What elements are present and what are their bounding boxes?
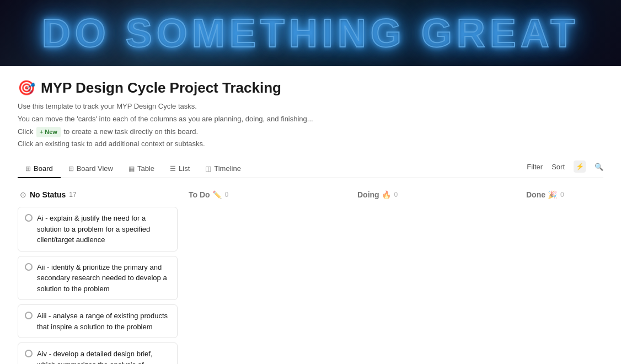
no-status-icon: ⊙	[20, 190, 26, 199]
description-3: Click + New to create a new task directl…	[18, 126, 603, 138]
column-to-do-header: To Do ✏️ 0	[186, 187, 346, 202]
doing-count: 0	[394, 191, 398, 199]
no-status-count: 17	[69, 191, 76, 199]
page-title-row: 🎯 MYP Design Cycle Project Tracking	[18, 79, 603, 97]
sort-button[interactable]: Sort	[552, 163, 565, 171]
done-title: Done 🎉 0	[526, 190, 564, 199]
card-2-icon	[25, 263, 33, 271]
tab-board[interactable]: ⊞ Board	[18, 160, 61, 178]
board-icon: ⊞	[25, 165, 31, 173]
sort-label: Sort	[552, 163, 565, 171]
card-2[interactable]: Aii - identify & prioritize the primary …	[18, 256, 178, 301]
description-2: You can move the 'cards' into each of th…	[18, 114, 603, 125]
no-status-title: No Status 17	[30, 190, 77, 199]
toolbar-right: Filter Sort ⚡ 🔍	[527, 160, 603, 177]
tab-table[interactable]: ▦ Table	[121, 160, 162, 178]
done-count: 0	[560, 191, 564, 199]
tab-list[interactable]: ☰ List	[162, 160, 197, 178]
page-emoji: 🎯	[18, 79, 35, 97]
column-doing: Doing 🔥 0	[355, 187, 515, 207]
filter-button[interactable]: Filter	[527, 163, 543, 171]
list-icon: ☰	[170, 165, 176, 173]
tab-board-view[interactable]: ⊟ Board View	[61, 160, 121, 178]
tab-list-label: List	[179, 164, 190, 173]
card-3-text: Aiii - analyse a range of existing produ…	[37, 311, 170, 332]
card-3[interactable]: Aiii - analyse a range of existing produ…	[18, 304, 178, 338]
description-4: Click an existing task to add additional…	[18, 138, 603, 150]
card-1-icon	[25, 214, 33, 222]
card-4-icon	[25, 350, 33, 357]
tab-timeline-label: Timeline	[214, 164, 241, 173]
filter-label: Filter	[527, 163, 543, 171]
card-3-icon	[25, 312, 33, 319]
tabs-bar: ⊞ Board ⊟ Board View ▦ Table ☰ List ◫ Ti…	[18, 160, 603, 178]
doing-title: Doing 🔥 0	[357, 190, 398, 199]
description-1: Use this template to track your MYP Desi…	[18, 101, 603, 113]
tab-board-label: Board	[34, 164, 53, 173]
board-area: ⊙ No Status 17 Ai - explain & justify th…	[18, 178, 603, 364]
to-do-title: To Do ✏️ 0	[189, 190, 228, 199]
card-1-text: Ai - explain & justify the need for a so…	[37, 213, 170, 245]
page-header: 🎯 MYP Design Cycle Project Tracking Use …	[18, 79, 603, 151]
to-do-count: 0	[225, 191, 229, 199]
column-doing-header: Doing 🔥 0	[355, 187, 515, 202]
card-1[interactable]: Ai - explain & justify the need for a so…	[18, 207, 178, 251]
column-no-status-header: ⊙ No Status 17	[18, 187, 178, 202]
hero-text: DO SOMETHING GREAT	[42, 10, 580, 56]
page-title: MYP Design Cycle Project Tracking	[41, 79, 281, 97]
timeline-icon: ◫	[205, 165, 211, 173]
column-to-do: To Do ✏️ 0	[186, 187, 346, 207]
column-no-status: ⊙ No Status 17 Ai - explain & justify th…	[18, 187, 178, 364]
tab-table-label: Table	[137, 164, 154, 173]
search-icon: 🔍	[595, 163, 603, 171]
column-done: Done 🎉 0	[524, 187, 621, 207]
card-4[interactable]: Aiv - develop a detailed design brief, w…	[18, 342, 178, 364]
tab-board-view-label: Board View	[77, 164, 113, 173]
search-button[interactable]: 🔍	[595, 163, 603, 171]
hero-banner: DO SOMETHING GREAT	[0, 0, 621, 66]
card-2-text: Aii - identify & prioritize the primary …	[37, 262, 170, 295]
board-view-icon: ⊟	[68, 165, 74, 173]
column-done-header: Done 🎉 0	[524, 187, 621, 202]
new-badge[interactable]: + New	[36, 127, 61, 138]
page-content: 🎯 MYP Design Cycle Project Tracking Use …	[0, 66, 621, 364]
table-icon: ▦	[129, 165, 135, 173]
tab-timeline[interactable]: ◫ Timeline	[197, 160, 249, 178]
card-4-text: Aiv - develop a detailed design brief, w…	[37, 349, 170, 364]
lightning-button[interactable]: ⚡	[574, 160, 586, 173]
